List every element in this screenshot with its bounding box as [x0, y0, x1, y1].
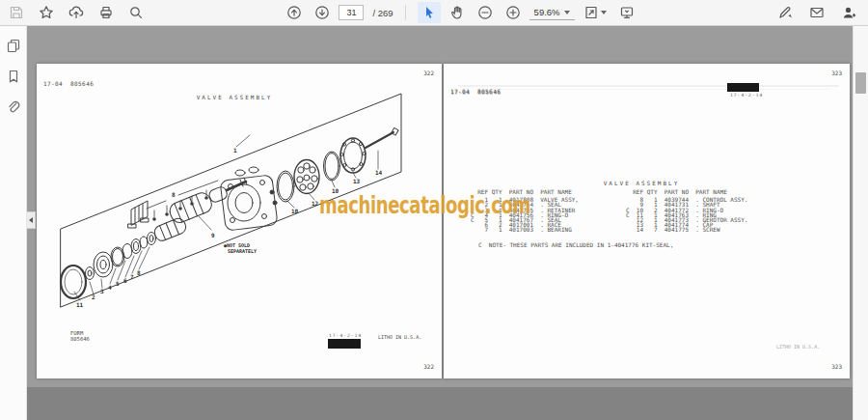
page-number-bottom: 323 — [831, 363, 842, 370]
diagram-callout: 2 — [92, 294, 95, 300]
zoom-level-dropdown[interactable]: 59.6% — [529, 5, 575, 20]
hand-icon — [449, 5, 465, 20]
page-total-label: / 269 — [372, 8, 393, 18]
document-viewport[interactable]: 17-04 805646 322 VALVE ASSEMBLY — [27, 26, 853, 420]
select-tool-button[interactable] — [418, 2, 441, 23]
page-header-code: 17-04 805646 — [43, 80, 94, 87]
diagram-callout: 10 — [291, 208, 299, 214]
bookmarks-button[interactable] — [0, 65, 27, 88]
side-panel-bar — [0, 26, 27, 420]
content-bottom-band — [27, 387, 853, 420]
parts-table-row: 14 7 4041775 . SCREW — [626, 227, 747, 232]
chevron-left-icon — [29, 217, 33, 223]
chevron-down-icon — [601, 11, 607, 14]
page-number-input[interactable] — [339, 5, 364, 20]
date-stamp-code: 17-4-2-14 — [329, 333, 362, 338]
pen-icon — [777, 5, 793, 20]
email-button[interactable] — [805, 2, 828, 23]
diagram-callout: 11 — [76, 301, 84, 308]
scrollbar-thumb[interactable] — [855, 72, 866, 94]
toolbar-left-group — [5, 2, 148, 23]
diagram-callout: 7 — [130, 273, 134, 280]
paperclip-icon — [6, 99, 21, 115]
minus-circle-icon — [477, 5, 493, 20]
plus-circle-icon — [505, 5, 521, 20]
star-icon — [39, 5, 54, 20]
bookmark-icon — [6, 69, 21, 84]
watermark-text: machinecatalogic.com — [319, 191, 530, 219]
diagram-callout: 4 — [108, 284, 112, 291]
scan-streak — [482, 89, 829, 90]
pages-icon — [6, 38, 21, 53]
favorite-button[interactable] — [35, 2, 58, 23]
fit-page-icon — [583, 5, 599, 20]
hand-tool-button[interactable] — [446, 2, 469, 23]
cursor-icon — [421, 5, 437, 20]
scan-streak — [458, 85, 839, 87]
cloud-upload-icon — [68, 5, 84, 20]
search-icon — [128, 5, 144, 20]
litho-label: LITHO IN U.S.A. — [776, 344, 820, 350]
envelope-icon — [809, 5, 825, 20]
find-button[interactable] — [124, 2, 148, 23]
diagram-callout: 13 — [353, 178, 361, 184]
fill-sign-button[interactable] — [773, 2, 797, 23]
parts-table-right: REF QTY PART NO PART NAME 8 1 4039744 . … — [626, 189, 747, 233]
zoom-out-button[interactable] — [474, 2, 497, 23]
date-stamp-code: 17-4-2-14 — [730, 93, 763, 98]
diagram-callout: 6 — [123, 277, 127, 284]
page-number-top: 323 — [831, 70, 842, 76]
litho-label: LITHO IN U.S.A. — [378, 334, 421, 340]
not-sold-note-line2: SEPARATELY — [228, 248, 257, 254]
page-number-top: 322 — [423, 70, 434, 76]
save-button[interactable] — [5, 2, 28, 23]
zoom-in-button[interactable] — [502, 2, 525, 23]
diagram-callout: 14 — [375, 169, 383, 176]
pdf-page-323[interactable]: 17-04 805646 323 17-4-2-14 VALVE ASSEMBL… — [444, 64, 850, 378]
previous-page-button[interactable] — [283, 2, 306, 23]
sign-in-button[interactable] — [837, 2, 860, 23]
panel-collapse-handle[interactable] — [27, 211, 36, 229]
attachments-button[interactable] — [0, 96, 27, 119]
toolbar-right-group — [773, 2, 860, 23]
kit-seal-note: C NOTE- THESE PARTS ARE INCLUDED IN 1-40… — [478, 242, 673, 247]
page-header-code: 17-04 805646 — [450, 88, 501, 95]
diagram-callout: 8 — [172, 191, 176, 198]
diagram-callout: 8 — [137, 269, 141, 276]
chevron-down-icon — [564, 11, 570, 14]
vertical-scrollbar[interactable] — [853, 26, 868, 420]
diagram-callout: 5 — [116, 280, 120, 287]
arrow-down-circle-icon — [314, 5, 330, 20]
page-thumbnails-button[interactable] — [0, 34, 27, 57]
printer-icon — [98, 5, 114, 20]
pdf-page-322[interactable]: 17-04 805646 322 VALVE ASSEMBLY — [37, 64, 442, 378]
page-title: VALVE ASSEMBLY — [564, 180, 719, 186]
print-button[interactable] — [95, 2, 118, 23]
diagram-callout: 3 — [100, 288, 104, 294]
form-number: 805646 — [70, 336, 90, 342]
arrow-up-circle-icon — [286, 5, 302, 20]
parts-table-row: 7 1 4017003 . BEARING — [471, 227, 579, 232]
page-number-bottom: 322 — [423, 363, 434, 370]
diagram-callout: 9 — [211, 232, 215, 238]
diagram-callout: 1 — [233, 147, 237, 154]
diagram-callout: 12 — [312, 200, 319, 207]
save-icon — [9, 5, 24, 20]
zoom-level-value: 59.6% — [534, 7, 560, 17]
pdf-viewer-window: { "toolbar": { "icons_left": ["save", "s… — [0, 0, 868, 420]
toolbar-center-group: / 269 59.6% — [283, 2, 637, 23]
form-block: FORM805646 — [70, 330, 90, 342]
toolbar: / 269 59.6% — [0, 0, 868, 26]
reading-mode-button[interactable] — [615, 2, 638, 23]
toolbar-separator — [405, 5, 406, 20]
redaction-bar — [727, 83, 759, 92]
fit-page-dropdown[interactable] — [580, 2, 610, 23]
share-button[interactable] — [65, 2, 88, 23]
redaction-bar — [328, 339, 361, 349]
profile-icon — [841, 5, 856, 20]
next-page-button[interactable] — [311, 2, 334, 23]
monitor-icon — [619, 5, 635, 20]
